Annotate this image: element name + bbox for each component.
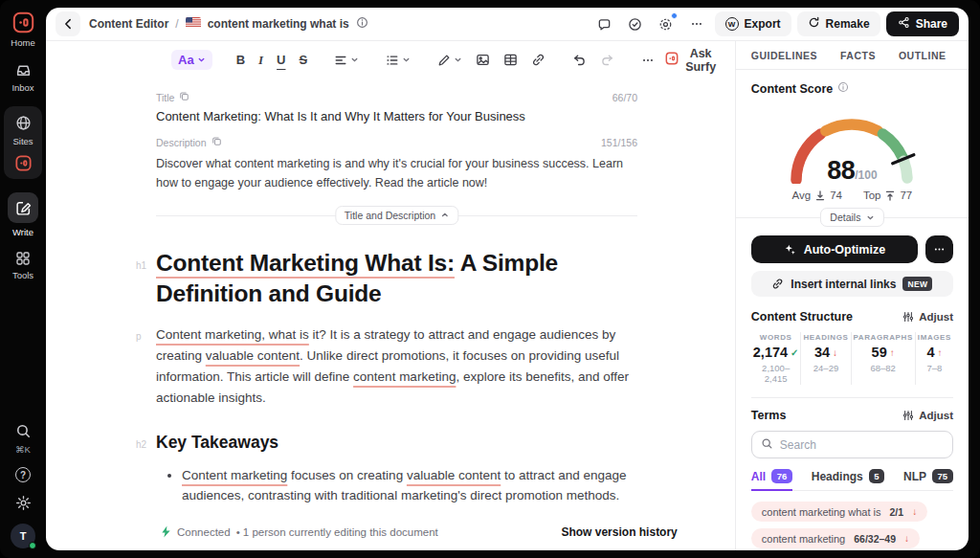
pen-dropdown[interactable] — [434, 52, 465, 69]
copy-description-icon[interactable] — [212, 136, 222, 148]
help-icon[interactable]: ? — [15, 467, 31, 482]
term-highlight: valuable content — [407, 468, 501, 482]
italic-button[interactable]: I — [256, 51, 266, 70]
link-button[interactable] — [528, 51, 548, 69]
breadcrumb-section[interactable]: Content Editor — [89, 17, 168, 31]
text-segment: focuses on creating — [287, 468, 407, 482]
insert-internal-links-button[interactable]: Insert internal links NEW — [751, 271, 953, 297]
terms-adjust-button[interactable]: Adjust — [902, 410, 953, 421]
title-field[interactable]: Content Marketing: What Is It and Why It… — [156, 109, 637, 123]
term-highlight: Content marketing, what is — [156, 327, 309, 342]
left-rail: Home Inbox Sites Write — [0, 0, 46, 558]
share-button[interactable]: Share — [886, 11, 959, 36]
sparkle-icon — [784, 243, 796, 256]
sites-globe-icon[interactable] — [15, 115, 32, 131]
key-takeaways-heading[interactable]: Key Takeaways — [156, 433, 637, 453]
content-score-gauge: 88/100 — [770, 101, 933, 184]
nav-tools-label: Tools — [12, 270, 33, 280]
tab-facts[interactable]: FACTS — [840, 41, 876, 69]
up-arrow-indicator: ↑ — [937, 347, 942, 358]
editor-column: Aa B I U S — [46, 41, 735, 550]
auto-optimize-button[interactable]: Auto-Optimize — [751, 235, 918, 263]
bold-button[interactable]: B — [234, 51, 248, 69]
nav-home[interactable]: Home — [11, 11, 34, 48]
info-icon[interactable] — [356, 16, 368, 32]
up-arrow-indicator: ↑ — [890, 347, 895, 358]
undo-button[interactable] — [569, 51, 590, 69]
nav-home-label: Home — [11, 37, 34, 48]
check-circle-button[interactable] — [623, 11, 648, 36]
term-pill[interactable]: content marketing what is 2/1 ↓ — [751, 502, 927, 522]
editor-settings-button[interactable] — [654, 11, 679, 36]
tune-icon — [902, 311, 914, 323]
auto-optimize-more-button[interactable] — [925, 235, 953, 263]
nav-tools[interactable]: Tools — [12, 251, 33, 280]
settings-icon[interactable] — [15, 495, 32, 511]
description-field[interactable]: Discover what content marketing is and w… — [156, 154, 637, 193]
comments-button[interactable] — [592, 11, 617, 36]
top-label: Top — [863, 190, 881, 201]
tools-grid-icon — [15, 251, 31, 266]
text-style-dropdown[interactable]: Aa — [171, 50, 212, 70]
back-button[interactable] — [56, 11, 80, 36]
strikethrough-button[interactable]: S — [296, 51, 310, 69]
editing-status: • 1 person currently editing this docume… — [236, 526, 438, 538]
block-marker-p: p — [136, 331, 142, 342]
site-surfer-icon[interactable] — [15, 155, 32, 171]
nav-write[interactable] — [8, 192, 38, 223]
description-char-count: 151/156 — [601, 137, 637, 148]
list-dropdown[interactable] — [383, 52, 413, 69]
takeaway-item[interactable]: Content marketing focuses on creating va… — [182, 465, 637, 506]
user-avatar[interactable]: T — [11, 524, 35, 548]
stat-headings: HEADINGS 34↓ 24–29 — [800, 332, 850, 385]
top-icon — [885, 190, 895, 201]
avg-value: 74 — [830, 190, 842, 201]
content-score-total: /100 — [855, 168, 877, 182]
intro-paragraph[interactable]: Content marketing, what is it? It is a s… — [156, 324, 637, 409]
term-pill[interactable]: content marketing 66/32–49 ↓ — [751, 528, 920, 548]
content-score-value: 88 — [827, 156, 855, 185]
terms-tab-headings[interactable]: Headings 5 — [812, 469, 884, 490]
new-badge: NEW — [902, 277, 932, 291]
title-char-count: 66/70 — [612, 92, 637, 103]
terms-search-input[interactable] — [780, 438, 944, 452]
guidelines-panel: GUIDELINES FACTS OUTLINE Content Score — [735, 41, 969, 550]
all-count-badge: 76 — [771, 469, 792, 483]
remake-button[interactable]: Remake — [797, 11, 880, 36]
search-icon — [761, 436, 773, 454]
connected-status: Connected — [177, 526, 231, 538]
redo-button[interactable] — [597, 51, 617, 69]
content-structure-stats: WORDS 2,174✓ 2,100–2,415 HEADINGS 34↓ 24… — [751, 332, 953, 385]
nav-inbox[interactable]: Inbox — [11, 62, 33, 93]
collapse-title-description-button[interactable]: Title and Description — [335, 206, 458, 225]
sites-group: Sites — [4, 106, 42, 179]
gauge-segment-green — [883, 134, 903, 157]
terms-list: content marketing what is 2/1 ↓ content … — [751, 502, 953, 550]
avatar-initial: T — [20, 530, 27, 542]
structure-adjust-button[interactable]: Adjust — [902, 311, 953, 323]
ask-surfy-button[interactable]: Ask Surfy — [665, 47, 716, 74]
editor-statusbar: Connected • 1 person currently editing t… — [46, 522, 735, 550]
terms-tab-nlp[interactable]: NLP 75 — [903, 469, 953, 490]
copy-title-icon[interactable] — [179, 91, 189, 103]
score-info-icon[interactable] — [837, 81, 849, 96]
article-h1[interactable]: Content Marketing What Is: A Simple Defi… — [156, 248, 637, 310]
export-button[interactable]: W Export — [715, 11, 791, 36]
show-version-history-button[interactable]: Show version history — [561, 525, 677, 539]
more-options-button[interactable] — [684, 11, 709, 36]
score-details-button[interactable]: Details — [820, 208, 883, 227]
title-description-divider: Title and Description — [156, 206, 637, 225]
table-button[interactable] — [501, 51, 521, 69]
image-button[interactable] — [473, 51, 493, 69]
align-dropdown[interactable] — [331, 52, 362, 69]
term-highlight: valuable content — [206, 348, 300, 363]
underline-button[interactable]: U — [274, 51, 288, 69]
search-icon[interactable] — [15, 423, 32, 439]
tab-outline[interactable]: OUTLINE — [899, 41, 947, 69]
terms-tab-all[interactable]: All 76 — [751, 469, 792, 490]
term-highlight: content marketing — [353, 369, 456, 384]
tab-guidelines[interactable]: GUIDELINES — [751, 41, 817, 69]
down-arrow-indicator: ↓ — [833, 347, 837, 358]
term-highlight: Content Marketing What Is: — [156, 250, 455, 276]
toolbar-more-button[interactable] — [638, 52, 657, 69]
